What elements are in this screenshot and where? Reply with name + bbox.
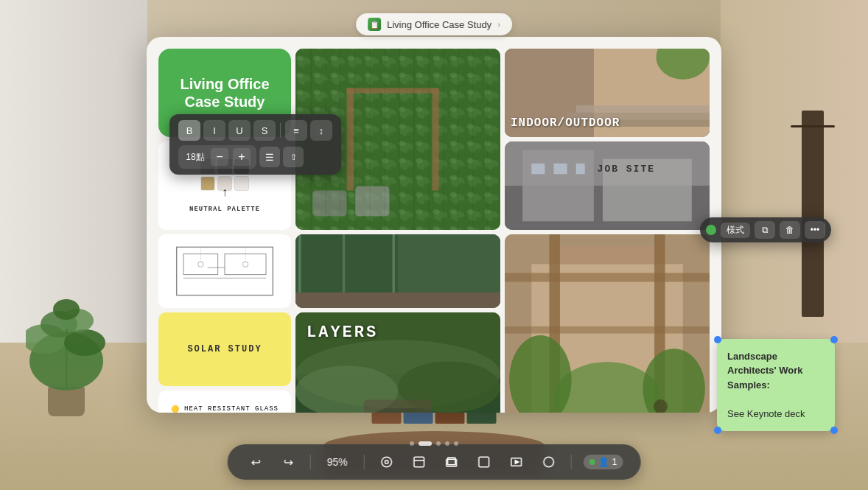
- svg-point-72: [544, 457, 554, 467]
- floor-plan-sketch: [158, 234, 291, 308]
- svg-rect-56: [505, 273, 710, 281]
- font-size-decrease[interactable]: −: [211, 148, 228, 166]
- collab-icon: 👤: [598, 457, 609, 467]
- more-options-button[interactable]: •••: [805, 221, 825, 239]
- page-dot-3[interactable]: [436, 441, 441, 446]
- font-size-value: 18點: [184, 151, 206, 164]
- svg-rect-12: [355, 186, 389, 217]
- svg-rect-14: [432, 88, 438, 191]
- svg-rect-53: [549, 246, 665, 264]
- collab-status-dot: [589, 459, 595, 465]
- breadcrumb-title: Living Office Case Study: [387, 19, 491, 30]
- duplicate-button[interactable]: ⧉: [755, 221, 775, 239]
- toolbar-divider-3: [571, 455, 572, 469]
- svg-rect-13: [347, 88, 354, 191]
- format-row-2: 18點 − + ☰ ⇧: [178, 145, 332, 169]
- toolbar-divider-2: [364, 455, 365, 469]
- page-dot-1[interactable]: [410, 441, 414, 446]
- redo-button[interactable]: ↪: [278, 452, 298, 472]
- svg-rect-15: [347, 88, 439, 94]
- collaboration-badge[interactable]: 👤 1: [584, 455, 623, 469]
- app-icon: 📋: [368, 18, 381, 31]
- svg-rect-42: [531, 164, 545, 175]
- plant-decoration: [22, 254, 111, 416]
- font-size-increase[interactable]: +: [233, 148, 251, 166]
- job-site-label: JOB SITE: [598, 164, 655, 175]
- expand-button[interactable]: ⇧: [283, 147, 304, 167]
- svg-point-28: [198, 262, 203, 267]
- courtyard-photo: [295, 234, 500, 308]
- font-size-control[interactable]: 18點 − +: [178, 145, 256, 169]
- material-arrow: ↑: [222, 186, 228, 199]
- bold-button[interactable]: B: [178, 120, 200, 141]
- page-indicator: [410, 441, 458, 446]
- context-menu[interactable]: 様式 ⧉ 🗑 •••: [700, 217, 831, 242]
- align-button[interactable]: ≡: [285, 120, 307, 141]
- undo-button[interactable]: ↩: [245, 452, 266, 472]
- list-button[interactable]: ☰: [259, 147, 280, 167]
- svg-point-29: [242, 262, 248, 267]
- svg-rect-43: [553, 164, 567, 175]
- svg-rect-21: [576, 105, 710, 113]
- layers-button[interactable]: [441, 452, 462, 472]
- outdoor-arch-photo: [505, 234, 710, 413]
- heat-cell: 🟡 Heat Resistant Glass: [158, 391, 291, 413]
- svg-rect-40: [522, 150, 594, 222]
- collab-count: 1: [612, 457, 617, 467]
- sticky-note[interactable]: Landscape Architects' Work Samples:See K…: [717, 339, 835, 432]
- breadcrumb-bar[interactable]: 📋 Living Office Case Study ›: [356, 13, 512, 35]
- format-toolbar[interactable]: B I U S ≡ ↕ 18點 − + ☰ ⇧: [169, 114, 341, 175]
- solar-study: SOLAR STUDY: [158, 312, 291, 386]
- svg-point-63: [382, 457, 392, 467]
- svg-marker-71: [515, 461, 519, 464]
- canvas-title: Living Office Case Study: [180, 75, 269, 111]
- sticky-note-text: Landscape Architects' Work Samples:See K…: [727, 349, 825, 421]
- separator-1: [280, 123, 281, 138]
- layers-label: LAYERS: [307, 323, 378, 342]
- svg-rect-57: [505, 326, 710, 334]
- svg-rect-69: [479, 457, 489, 467]
- page-dot-2[interactable]: [419, 441, 432, 446]
- media-button[interactable]: [506, 452, 527, 472]
- toolbar-divider-1: [310, 455, 311, 469]
- strikethrough-button[interactable]: S: [253, 120, 276, 141]
- page-dot-4[interactable]: [445, 441, 449, 446]
- more-format-button[interactable]: ↕: [310, 120, 332, 141]
- style-button[interactable]: 様式: [721, 223, 750, 238]
- bottom-toolbar[interactable]: ↩ ↪ 95% �: [228, 444, 641, 480]
- italic-button[interactable]: I: [203, 120, 225, 141]
- canvas-board: Living Office Case Study: [147, 37, 721, 413]
- modern-building-photo: Living Office: [505, 141, 710, 230]
- resize-handle-br[interactable]: [830, 427, 838, 434]
- resize-handle-tl[interactable]: [714, 336, 721, 343]
- resize-handle-bl[interactable]: [714, 427, 721, 434]
- indoor-outdoor-photo: INDOOR/OUTDOOR: [505, 49, 710, 137]
- hand-tool-button[interactable]: [377, 452, 397, 472]
- shapes-button[interactable]: [539, 452, 559, 472]
- svg-rect-24: [183, 254, 218, 275]
- zoom-level[interactable]: 95%: [323, 456, 352, 468]
- coat-rack-decoration: [802, 111, 824, 317]
- solar-label: SOLAR STUDY: [187, 344, 262, 354]
- svg-rect-37: [295, 293, 500, 308]
- material-label: NEUTRAL PALETTE: [189, 206, 260, 213]
- svg-rect-25: [225, 254, 266, 275]
- resize-handle-tr[interactable]: [830, 336, 838, 343]
- canvas-button[interactable]: [474, 452, 494, 472]
- heat-icon: 🟡: [171, 405, 180, 413]
- svg-rect-11: [312, 191, 346, 217]
- underline-button[interactable]: U: [228, 120, 251, 141]
- indoor-outdoor-label: INDOOR/OUTDOOR: [511, 116, 620, 130]
- context-color-dot: [706, 225, 716, 235]
- svg-rect-68: [447, 458, 455, 465]
- layers-photo: LAYERS: [295, 312, 500, 413]
- heat-label: Heat Resistant Glass: [184, 405, 279, 413]
- svg-point-5: [53, 299, 80, 320]
- svg-point-64: [385, 461, 388, 464]
- frame-button[interactable]: [409, 452, 430, 472]
- delete-button[interactable]: 🗑: [780, 221, 800, 239]
- page-dot-5[interactable]: [454, 441, 458, 446]
- svg-rect-65: [414, 457, 424, 467]
- svg-rect-50: [364, 400, 433, 413]
- svg-rect-44: [576, 164, 585, 175]
